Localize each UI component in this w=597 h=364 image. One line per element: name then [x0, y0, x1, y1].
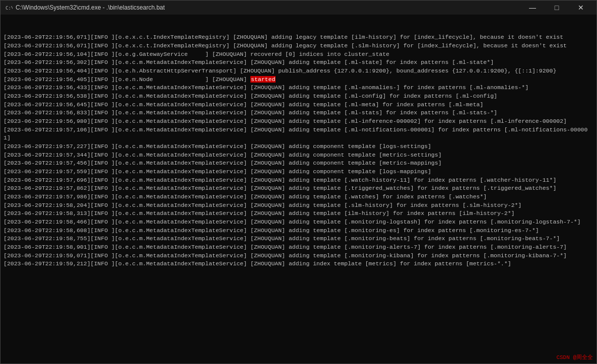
title-bar: C:\ C:\Windows\System32\cmd.exe - .\bin\…: [1, 1, 596, 15]
close-button[interactable]: ✕: [569, 1, 592, 15]
maximize-button[interactable]: □: [545, 1, 568, 15]
console-output: [2023-06-29T22:19:56,071][INFO ][o.e.x.c…: [1, 15, 596, 363]
console-line: [2023-06-29T22:19:56,071][INFO ][o.e.x.c…: [4, 33, 593, 42]
console-line: [2023-06-29T22:19:56,302][INFO ][o.e.c.m…: [4, 58, 593, 67]
console-line: [2023-06-29T22:19:57,106][INFO ][o.e.c.m…: [4, 126, 593, 142]
console-line: [2023-06-29T22:19:57,862][INFO ][o.e.c.m…: [4, 184, 593, 193]
svg-text:C:\: C:\: [6, 6, 13, 11]
console-line: [2023-06-29T22:19:56,404][INFO ][o.e.h.A…: [4, 67, 593, 76]
console-line: [2023-06-29T22:19:58,313][INFO ][o.e.c.m…: [4, 209, 593, 218]
console-line: [2023-06-29T22:19:58,901][INFO ][o.e.c.m…: [4, 243, 593, 252]
console-line: [2023-06-29T22:19:56,833][INFO ][o.e.c.m…: [4, 109, 593, 117]
console-line: [2023-06-29T22:19:56,104][INFO ][o.e.g.G…: [4, 50, 593, 59]
window-frame: C:\ C:\Windows\System32\cmd.exe - .\bin\…: [0, 0, 597, 364]
console-line: [2023-06-29T22:19:57,344][INFO ][o.e.c.m…: [4, 151, 593, 160]
console-line: [2023-06-29T22:19:56,433][INFO ][o.e.c.m…: [4, 84, 593, 92]
console-line: [2023-06-29T22:19:57,456][INFO ][o.e.c.m…: [4, 159, 593, 168]
console-line: [2023-06-29T22:19:57,986][INFO ][o.e.c.m…: [4, 193, 593, 201]
console-line: [2023-06-29T22:19:57,559][INFO ][o.e.c.m…: [4, 168, 593, 176]
console-line: [2023-06-29T22:19:59,212][INFO ][o.e.c.m…: [4, 260, 593, 268]
console-line: [2023-06-29T22:19:57,227][INFO ][o.e.c.m…: [4, 142, 593, 151]
console-line: [2023-06-29T22:19:56,980][INFO ][o.e.c.m…: [4, 117, 593, 126]
console-line: [2023-06-29T22:19:58,755][INFO ][o.e.c.m…: [4, 235, 593, 243]
window-title: C:\Windows\System32\cmd.exe - .\bin\elas…: [16, 4, 165, 11]
watermark: CSDN @周全全: [556, 353, 593, 361]
console-line: [2023-06-29T22:19:57,696][INFO ][o.e.c.m…: [4, 176, 593, 185]
console-line: [2023-06-29T22:19:58,608][INFO ][o.e.c.m…: [4, 227, 593, 235]
title-bar-controls: — □ ✕: [521, 1, 592, 15]
console-line: [2023-06-29T22:19:56,071][INFO ][o.e.x.c…: [4, 42, 593, 50]
console-line: [2023-06-29T22:19:56,645][INFO ][o.e.c.m…: [4, 101, 593, 109]
started-highlight: started: [250, 76, 276, 83]
console-line: [2023-06-29T22:19:58,204][INFO ][o.e.c.m…: [4, 201, 593, 210]
title-bar-left: C:\ C:\Windows\System32\cmd.exe - .\bin\…: [5, 4, 165, 12]
console-line: [2023-06-29T22:19:58,466][INFO ][o.e.c.m…: [4, 218, 593, 227]
console-line: [2023-06-29T22:19:56,538][INFO ][o.e.c.m…: [4, 92, 593, 101]
cmd-icon: C:\: [5, 4, 13, 12]
console-line: [2023-06-29T22:19:56,405][INFO ][o.e.n.N…: [4, 76, 593, 84]
console-line: [2023-06-29T22:19:59,071][INFO ][o.e.c.m…: [4, 252, 593, 260]
minimize-button[interactable]: —: [521, 1, 544, 15]
